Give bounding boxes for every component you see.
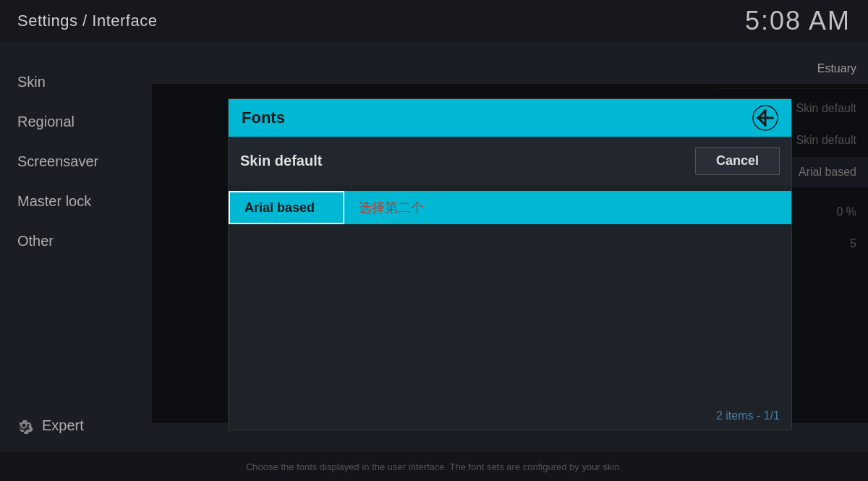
fonts-list: Arial based 选择第二个 bbox=[229, 185, 791, 402]
right-panel-item-estuary[interactable]: Estuary bbox=[716, 54, 868, 84]
expert-button[interactable]: Expert bbox=[0, 406, 152, 445]
page-title: Settings / Interface bbox=[17, 12, 157, 30]
sidebar-item-regional[interactable]: Regional bbox=[0, 103, 152, 140]
sidebar-item-screensaver[interactable]: Screensaver bbox=[0, 143, 152, 180]
sidebar-item-master-lock[interactable]: Master lock bbox=[0, 183, 152, 220]
fonts-dialog: Fonts Skin defa bbox=[228, 98, 792, 430]
modal-overlay: Fonts Skin defa bbox=[152, 84, 868, 423]
sidebar-item-skin[interactable]: Skin bbox=[0, 64, 152, 101]
main-layout: Skin Regional Screensaver Master lock Ot… bbox=[0, 42, 868, 452]
gear-icon bbox=[14, 416, 33, 435]
kodi-logo-icon bbox=[752, 105, 778, 131]
center-area: Estuary Skin default Skin default Arial … bbox=[152, 42, 868, 452]
header: Settings / Interface 5:08 AM bbox=[0, 0, 868, 42]
expert-label: Expert bbox=[42, 417, 84, 434]
list-item-arial[interactable]: Arial based 选择第二个 bbox=[229, 191, 791, 224]
cancel-button[interactable]: Cancel bbox=[695, 147, 780, 175]
footer: Choose the fonts displayed in the user i… bbox=[0, 452, 868, 481]
list-item-arial-label: Arial based bbox=[229, 191, 344, 224]
clock: 5:08 AM bbox=[745, 6, 851, 36]
items-count: 2 items - 1/1 bbox=[229, 402, 791, 430]
sidebar: Skin Regional Screensaver Master lock Ot… bbox=[0, 42, 152, 452]
dialog-title: Fonts bbox=[242, 108, 285, 127]
list-item-arial-value: 选择第二个 bbox=[344, 191, 791, 224]
dialog-top-row: Skin default Cancel bbox=[229, 137, 791, 185]
footer-text: Choose the fonts displayed in the user i… bbox=[246, 461, 622, 472]
dialog-header: Fonts bbox=[229, 99, 791, 137]
sidebar-item-other[interactable]: Other bbox=[0, 223, 152, 260]
dialog-current-value: Skin default bbox=[240, 153, 686, 169]
